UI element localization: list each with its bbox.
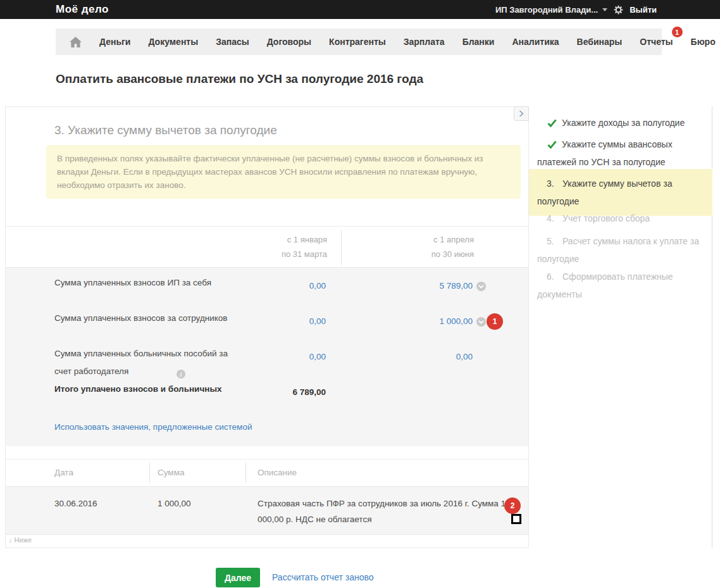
table-top-divider — [6, 226, 528, 227]
nav-documents[interactable]: Документы — [148, 37, 198, 47]
scroll-below-label: Ниже — [15, 536, 32, 544]
payments-header-description: Описание — [258, 468, 297, 477]
row1-q2-value[interactable]: 5 789,00 — [397, 281, 473, 291]
q1-line2: по 31 марта — [201, 247, 327, 261]
nav-analytics[interactable]: Аналитика — [512, 37, 559, 47]
row2-annotation-badge: 1 — [487, 313, 503, 330]
row2-q1-value[interactable]: 0,00 — [250, 316, 326, 326]
gear-icon — [614, 5, 623, 15]
notice-box: В приведенных полях указывайте фактическ… — [46, 145, 521, 199]
sidebar-step-4[interactable]: 4.Учет торгового сбора — [529, 210, 712, 227]
row1-dropdown-button[interactable] — [476, 282, 486, 291]
row1-label: Сумма уплаченных взносов ИП за себя — [54, 274, 238, 292]
user-name-label: ИП Завгородний Влади... — [495, 5, 598, 15]
nav-bureau[interactable]: Бюро — [691, 37, 716, 47]
scroll-below-link[interactable]: ↓ Ниже — [9, 536, 32, 544]
row3-q2-value[interactable]: 0,00 — [397, 352, 473, 361]
home-icon — [70, 37, 82, 47]
sidebar-step-2[interactable]: Укажите суммы авансовых платежей по УСН … — [529, 135, 712, 171]
sidebar-step-6-number: 6. — [547, 268, 562, 285]
logout-link[interactable]: Выйти — [630, 5, 657, 15]
topbar: Моё дело ИП Завгородний Влади... Выйти — [0, 0, 720, 19]
home-button[interactable] — [70, 37, 82, 47]
payment-amount: 1 000,00 — [158, 499, 191, 508]
wizard-card: 3. Укажите сумму вычетов за полугодие В … — [5, 106, 529, 548]
page-title: Оплатить авансовые платежи по УСН за пол… — [56, 72, 423, 86]
down-arrow-icon: ↓ — [9, 536, 13, 544]
payment-description: Страховая часть ПФР за сотрудников за ию… — [258, 496, 509, 527]
caret-down-icon — [602, 8, 607, 11]
nav-salary[interactable]: Зарплата — [404, 37, 445, 47]
row2-dropdown-button[interactable] — [476, 317, 486, 327]
step-title: 3. Укажите сумму вычетов за полугодие — [54, 123, 277, 137]
check-icon — [547, 119, 557, 127]
settings-gear-button[interactable] — [614, 5, 623, 15]
sidebar-step-3-number: 3. — [547, 175, 562, 192]
q2-line2: по 30 июня — [347, 247, 474, 261]
chevron-circle-down-icon — [478, 320, 484, 324]
row1-q1-value[interactable]: 0,00 — [250, 281, 326, 291]
sidebar-step-1[interactable]: Укажите доходы за полугодие — [529, 114, 712, 132]
row3-label: Сумма уплаченных больничных пособий за с… — [54, 345, 238, 380]
total-label: Итого уплачено взносов и больничных — [54, 380, 238, 398]
nav-contracts[interactable]: Договоры — [267, 37, 311, 47]
chevron-circle-down-icon — [478, 285, 484, 289]
sidebar-step-2-label: Укажите суммы авансовых платежей по УСН … — [537, 139, 673, 167]
check-icon — [547, 141, 557, 149]
payment-annotation-badge: 2 — [504, 497, 521, 514]
row2-label: Сумма уплаченных взносов за сотрудников — [54, 310, 238, 327]
main-nav: Деньги Документы Запасы Договоры Контраг… — [56, 28, 662, 55]
payment-date: 30.06.2016 — [54, 499, 97, 508]
nav-money[interactable]: Деньги — [99, 37, 130, 47]
next-button[interactable]: Далее — [216, 568, 260, 587]
total-value: 6 789,00 — [250, 387, 326, 397]
sidebar-step-5-number: 5. — [547, 232, 562, 250]
row2-q2-value[interactable]: 1 000,00 — [397, 316, 473, 326]
q2-line1: с 1 апреля — [347, 232, 474, 247]
row3-q1-value[interactable]: 0,00 — [250, 352, 326, 361]
user-menu-button[interactable]: ИП Завгородний Влади... — [495, 5, 607, 15]
column-header-q1: с 1 января по 31 марта — [201, 232, 327, 261]
wizard-steps-sidebar: Укажите доходы за полугодие Укажите сумм… — [529, 106, 712, 548]
sidebar-step-4-number: 4. — [547, 210, 562, 227]
reports-notification-badge: 1 — [672, 27, 683, 37]
payments-header-amount: Сумма — [158, 468, 184, 477]
sidebar-step-6[interactable]: 6.Сформировать платежные документы — [529, 268, 712, 303]
annotation-cursor-marker — [511, 514, 521, 524]
sidebar-step-3-active[interactable]: 3.Укажите сумму вычетов за полугодие — [529, 169, 712, 216]
recalculate-report-link[interactable]: Рассчитать отчет заново — [272, 572, 374, 582]
sidebar-step-5[interactable]: 5.Расчет суммы налога к уплате за полуго… — [529, 232, 712, 268]
nav-stocks[interactable]: Запасы — [216, 37, 249, 47]
collapse-sidebar-button[interactable] — [514, 106, 529, 121]
payments-header-divider — [149, 463, 150, 483]
nav-forms[interactable]: Бланки — [462, 37, 495, 47]
use-system-values-link[interactable]: Использовать значения, предложенные сист… — [54, 422, 252, 432]
nav-reports-label: Отчеты — [640, 37, 673, 47]
payments-header-divider — [245, 463, 246, 483]
payments-header-date: Дата — [54, 468, 73, 477]
column-divider — [341, 230, 342, 265]
q1-line1: с 1 января — [201, 232, 327, 247]
app-root: Моё дело ИП Завгородний Влади... Выйти — [0, 0, 720, 588]
nav-reports[interactable]: Отчеты 1 — [640, 37, 673, 47]
nav-webinars[interactable]: Вебинары — [577, 37, 623, 47]
chevron-right-icon — [519, 110, 524, 117]
app-logo[interactable]: Моё дело — [56, 0, 109, 19]
user-menu: ИП Завгородний Влади... Выйти — [495, 0, 657, 19]
nav-counterparties[interactable]: Контрагенты — [329, 37, 386, 47]
sidebar-step-4-label: Учет торгового сбора — [562, 213, 650, 223]
column-header-q2: с 1 апреля по 30 июня — [347, 232, 474, 261]
sidebar-step-1-label: Укажите доходы за полугодие — [562, 118, 685, 128]
info-icon[interactable]: i — [177, 370, 185, 378]
